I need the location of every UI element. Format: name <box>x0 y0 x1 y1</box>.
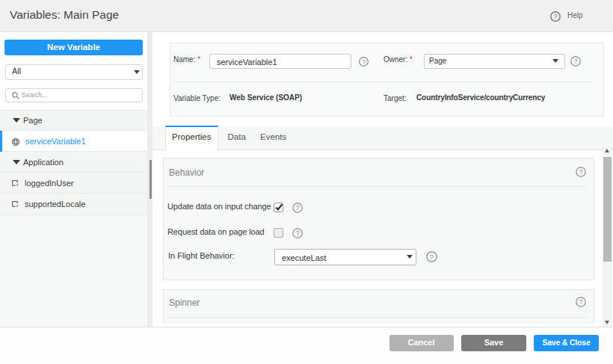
svg-text:?: ? <box>553 13 557 20</box>
svg-text:?: ? <box>430 253 434 261</box>
svg-text:?: ? <box>295 204 299 212</box>
svg-text:?: ? <box>295 229 299 237</box>
svg-text:x: x <box>16 182 18 187</box>
svg-text:?: ? <box>579 298 582 306</box>
svg-text:?: ? <box>579 168 582 176</box>
svg-text:x: x <box>16 203 18 208</box>
svg-text:?: ? <box>573 58 577 65</box>
svg-text:?: ? <box>362 58 366 66</box>
